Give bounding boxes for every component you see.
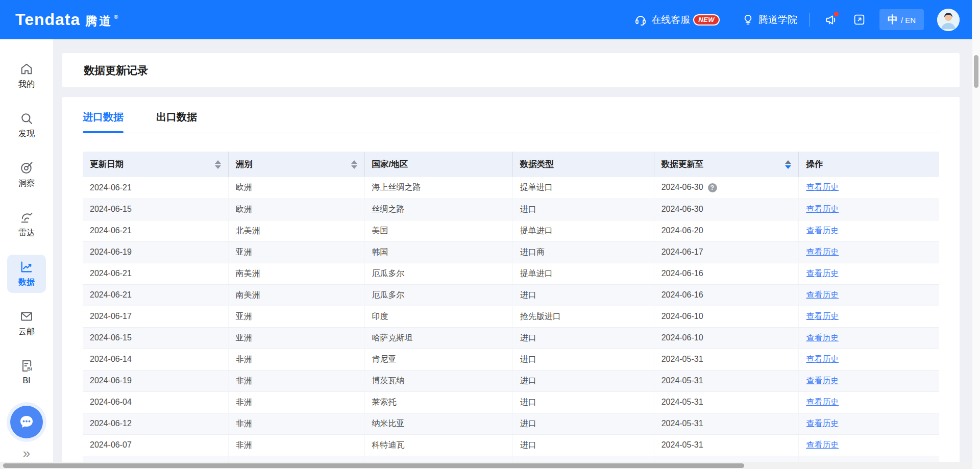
- vertical-scrollbar[interactable]: [972, 0, 980, 469]
- cell-text: 2024-06-16: [662, 269, 703, 278]
- cell-update-date: 2024-06-19: [83, 241, 228, 263]
- view-history-link[interactable]: 查看历史: [806, 440, 839, 449]
- bi-document-icon: BI: [19, 359, 34, 373]
- page-title-card: 数据更新记录: [62, 53, 960, 87]
- cell-country: 印度: [364, 306, 512, 327]
- cell-text: 欧洲: [236, 205, 252, 213]
- cell-text: 2024-06-12: [90, 419, 132, 428]
- view-history-link[interactable]: 查看历史: [806, 226, 839, 235]
- view-history-link[interactable]: 查看历史: [806, 355, 839, 363]
- cell-text: 2024-05-31: [662, 440, 703, 449]
- sort-control[interactable]: [215, 160, 221, 169]
- sidebar-item-radar[interactable]: 雷达: [7, 205, 46, 243]
- language-toggle[interactable]: 中 / EN: [879, 9, 924, 30]
- cell-text: 2024-06-15: [90, 205, 132, 213]
- view-history-link[interactable]: 查看历史: [806, 312, 839, 320]
- view-history-link[interactable]: 查看历史: [806, 398, 839, 406]
- sort-desc-icon[interactable]: [351, 165, 357, 169]
- cell-continent: 非洲: [228, 370, 364, 391]
- cell-text: 南美洲: [236, 269, 260, 278]
- cell-update-date: 2024-06-15: [83, 199, 228, 220]
- cell-text: 2024-05-31: [662, 398, 703, 406]
- view-history-link[interactable]: 查看历史: [806, 205, 839, 213]
- view-history-link[interactable]: 查看历史: [806, 248, 839, 256]
- academy-link[interactable]: 腾道学院: [742, 13, 797, 27]
- radar-icon: [19, 210, 34, 225]
- cell-data-type: 进口: [512, 284, 654, 306]
- table-row: 2024-06-21欧洲海上丝绸之路提单进口2024-06-30?查看历史: [83, 177, 939, 199]
- sidebar-item-label: 发现: [18, 129, 35, 139]
- cell-text: 进口: [520, 398, 536, 406]
- registered-mark: ®: [114, 14, 118, 20]
- sidebar-item-discover[interactable]: 发现: [7, 106, 46, 144]
- horizontal-scrollbar[interactable]: [0, 462, 972, 469]
- cell-updated-to: 2024-06-20: [654, 220, 799, 241]
- sidebar-item-label: 我的: [18, 79, 35, 90]
- view-history-link[interactable]: 查看历史: [806, 269, 839, 278]
- tab-import-data[interactable]: 进口数据: [83, 110, 124, 133]
- cell-update-date: 2024-06-21: [83, 284, 228, 306]
- sidebar-item-label: 洞察: [18, 178, 35, 189]
- tab-export-data[interactable]: 出口数据: [156, 110, 197, 133]
- table-row: 2024-06-17亚洲印度抢先版进口2024-06-10查看历史: [83, 306, 939, 327]
- view-history-link[interactable]: 查看历史: [806, 419, 839, 428]
- user-avatar[interactable]: [937, 9, 960, 31]
- cell-action: 查看历史: [799, 241, 939, 263]
- view-history-link[interactable]: 查看历史: [806, 376, 839, 385]
- cell-text: 韩国: [372, 248, 388, 256]
- view-history-link[interactable]: 查看历史: [806, 183, 839, 191]
- cell-continent: 欧洲: [228, 199, 364, 220]
- sidebar-item-cloudmail[interactable]: 云邮: [7, 304, 46, 342]
- cell-text: 非洲: [236, 419, 252, 428]
- cell-continent: 亚洲: [228, 306, 364, 327]
- cell-updated-to: 2024-06-30: [654, 199, 799, 220]
- cell-action: 查看历史: [799, 220, 939, 241]
- cell-update-date: 2024-06-14: [83, 349, 228, 370]
- headset-icon: [634, 14, 647, 26]
- academy-label: 腾道学院: [758, 13, 797, 27]
- cell-country: 厄瓜多尔: [364, 284, 512, 306]
- cell-text: 亚洲: [236, 312, 252, 320]
- table-row: 2024-06-15亚洲哈萨克斯坦进口2024-06-10查看历史: [83, 327, 939, 349]
- sidebar-item-insight[interactable]: 洞察: [7, 156, 46, 194]
- sort-control[interactable]: [785, 160, 791, 169]
- sidebar-item-bi[interactable]: BI BI: [7, 354, 46, 390]
- cell-text: 2024-06-19: [90, 376, 132, 385]
- cell-data-type: 进口: [512, 413, 654, 434]
- vertical-scrollbar-thumb[interactable]: [974, 55, 978, 88]
- sidebar-item-label: BI: [22, 376, 30, 385]
- sort-control[interactable]: [351, 160, 357, 169]
- column-header-country: 国家/地区: [364, 152, 512, 177]
- lang-zh-label: 中: [888, 13, 898, 27]
- cell-data-type: 进口: [512, 199, 654, 220]
- view-history-link[interactable]: 查看历史: [806, 333, 839, 342]
- view-history-link[interactable]: 查看历史: [806, 290, 839, 299]
- horizontal-scrollbar-thumb[interactable]: [3, 463, 744, 468]
- sort-desc-icon[interactable]: [215, 165, 221, 169]
- cell-data-type: 进口: [512, 391, 654, 413]
- sort-asc-icon[interactable]: [351, 160, 357, 164]
- chat-fab-button[interactable]: [10, 406, 43, 438]
- fullscreen-button[interactable]: [851, 11, 868, 29]
- cell-continent: 南美洲: [228, 263, 364, 284]
- sidebar-item-data[interactable]: 数据: [7, 255, 46, 293]
- top-header: Tendata 腾道 ® 在线客服 NEW 腾道学院: [0, 0, 980, 39]
- online-service-link[interactable]: 在线客服 NEW: [634, 13, 720, 27]
- cell-text: 博茨瓦纳: [372, 376, 405, 385]
- help-icon[interactable]: ?: [708, 183, 717, 192]
- cell-update-date: 2024-06-12: [83, 413, 228, 434]
- sort-desc-icon-active[interactable]: [785, 165, 791, 169]
- cell-continent: 欧洲: [228, 177, 364, 199]
- sidebar-collapse-button[interactable]: »: [23, 447, 30, 460]
- tendata-logo[interactable]: Tendata 腾道 ®: [15, 10, 118, 29]
- sort-asc-icon[interactable]: [215, 160, 221, 164]
- cell-continent: 北美洲: [228, 220, 364, 241]
- cell-text: 2024-06-07: [90, 440, 132, 449]
- sort-asc-icon[interactable]: [785, 160, 791, 164]
- cell-action: 查看历史: [799, 263, 939, 284]
- cell-text: 2024-06-21: [90, 269, 132, 278]
- cell-updated-to: 2024-06-17: [654, 241, 799, 263]
- cell-updated-to: 2024-06-10: [654, 327, 799, 349]
- sidebar-item-mine[interactable]: 我的: [7, 57, 46, 95]
- announcement-button[interactable]: [822, 11, 840, 29]
